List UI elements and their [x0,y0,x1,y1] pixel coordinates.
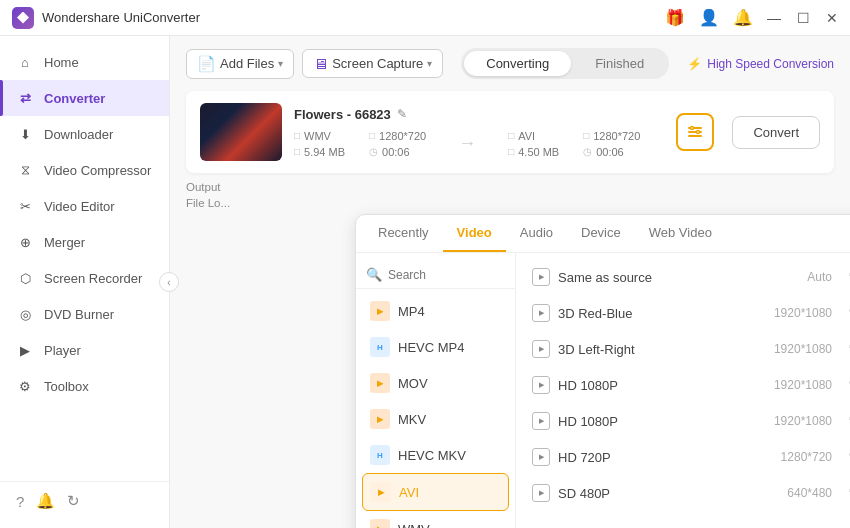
screen-capture-button[interactable]: 🖥 Screen Capture ▾ [302,49,443,78]
preset-icon-hd-720p [532,448,550,466]
source-size-icon: □ [294,146,300,157]
tab-finished[interactable]: Finished [573,51,666,76]
svg-point-4 [697,131,700,134]
toolbox-icon: ⚙ [16,377,34,395]
format-item-hevc-mp4[interactable]: H HEVC MP4 [356,329,515,365]
notification-icon[interactable]: 🔔 [36,492,55,510]
format-tab-video[interactable]: Video [443,215,506,252]
format-item-mov[interactable]: ▶ MOV [356,365,515,401]
sidebar-item-player[interactable]: ▶ Player [0,332,169,368]
preset-icon-same-as-source [532,268,550,286]
preset-name-hd-720p: HD 720P [558,450,773,465]
format-dropdown: Recently Video Audio Device Web Video 🔍 … [355,214,850,528]
gift-icon[interactable]: 🎁 [665,8,685,27]
format-tab-audio[interactable]: Audio [506,215,567,252]
mov-icon: ▶ [370,373,390,393]
format-body: 🔍 ▶ MP4 H HEVC MP4 ▶ MOV [356,253,850,528]
sidebar-item-home[interactable]: ⌂ Home [0,44,169,80]
source-resolution: 1280*720 [379,130,426,142]
sidebar-item-converter[interactable]: ⇄ Converter [0,80,169,116]
format-label-wmv: WMV [398,522,430,529]
format-item-mp4[interactable]: ▶ MP4 [356,293,515,329]
minimize-button[interactable]: — [767,10,781,26]
preset-icon-hd-1080p-2 [532,412,550,430]
source-meta: □ WMV □ 5.94 MB [294,130,345,158]
preset-hd-1080p-2[interactable]: HD 1080P 1920*1080 ✎ [516,403,850,439]
tab-converting[interactable]: Converting [464,51,571,76]
source-res-icon: □ [369,130,375,141]
output-row: Output [186,181,834,193]
preset-res-sd-480p: 640*480 [787,486,832,500]
svg-point-3 [691,127,694,130]
sidebar-item-toolbox[interactable]: ⚙ Toolbox [0,368,169,404]
preset-3d-left-right[interactable]: 3D Left-Right 1920*1080 ✎ [516,331,850,367]
window-controls: — ☐ ✕ [767,10,838,26]
preset-name-hd-1080p-1: HD 1080P [558,378,766,393]
preset-hd-720p[interactable]: HD 720P 1280*720 ✎ [516,439,850,475]
source-duration: 00:06 [382,146,410,158]
sidebar-item-merger[interactable]: ⊕ Merger [0,224,169,260]
file-name-edit-icon[interactable]: ✎ [397,107,407,121]
sidebar-item-video-editor[interactable]: ✂ Video Editor [0,188,169,224]
format-search-input[interactable] [388,268,505,282]
target-format-icon: □ [508,130,514,141]
target-format: AVI [518,130,535,142]
format-item-avi[interactable]: ▶ AVI [362,473,509,511]
screen-capture-label: Screen Capture [332,56,423,71]
screen-capture-icon: 🖥 [313,55,328,72]
preset-name-3d-red-blue: 3D Red-Blue [558,306,766,321]
avi-icon: ▶ [371,482,391,502]
sidebar-label-toolbox: Toolbox [44,379,89,394]
hevc-mp4-icon: H [370,337,390,357]
sidebar-item-dvd-burner[interactable]: ◎ DVD Burner [0,296,169,332]
preset-name-hd-1080p-2: HD 1080P [558,414,766,429]
format-tab-device[interactable]: Device [567,215,635,252]
format-label-mkv: MKV [398,412,426,427]
preset-icon-3d-left-right [532,340,550,358]
recorder-icon: ⬡ [16,269,34,287]
format-list: 🔍 ▶ MP4 H HEVC MP4 ▶ MOV [356,253,516,528]
help-icon[interactable]: ? [16,493,24,510]
user-icon[interactable]: 👤 [699,8,719,27]
preset-same-as-source[interactable]: Same as source Auto ✎ [516,259,850,295]
close-button[interactable]: ✕ [826,10,838,26]
file-name: Flowers - 66823 [294,107,391,122]
add-files-dropdown-icon: ▾ [278,58,283,69]
preset-3d-red-blue[interactable]: 3D Red-Blue 1920*1080 ✎ [516,295,850,331]
search-icon: 🔍 [366,267,382,282]
sidebar-collapse-arrow[interactable]: ‹ [159,272,179,292]
format-item-wmv[interactable]: ▶ WMV [356,511,515,528]
add-files-button[interactable]: 📄 Add Files ▾ [186,49,294,79]
format-item-mkv[interactable]: ▶ MKV [356,401,515,437]
add-files-icon: 📄 [197,55,216,73]
sidebar-item-video-compressor[interactable]: ⧖ Video Compressor [0,152,169,188]
preset-res-hd-720p: 1280*720 [781,450,832,464]
maximize-button[interactable]: ☐ [797,10,810,26]
title-bar: Wondershare UniConverter 🎁 👤 🔔 — ☐ ✕ [0,0,850,36]
main-layout: ‹ ⌂ Home ⇄ Converter ⬇ Downloader ⧖ Vide… [0,36,850,528]
file-info: Flowers - 66823 ✎ □ WMV □ 5.94 MB [294,107,664,158]
info-rows: Output File Lo... [186,181,834,209]
preset-sd-480p[interactable]: SD 480P 640*480 ✎ [516,475,850,511]
downloader-icon: ⬇ [16,125,34,143]
format-tab-recently[interactable]: Recently [364,215,443,252]
arrow-icon: → [458,133,476,154]
app-title: Wondershare UniConverter [42,10,200,25]
compressor-icon: ⧖ [16,161,34,179]
convert-settings-button[interactable] [676,113,714,151]
format-tab-web-video[interactable]: Web Video [635,215,726,252]
home-icon: ⌂ [16,53,34,71]
file-thumbnail [200,103,282,161]
bell-icon[interactable]: 🔔 [733,8,753,27]
format-label-hevc-mkv: HEVC MKV [398,448,466,463]
target-size-icon: □ [508,146,514,157]
sidebar-item-screen-recorder[interactable]: ⬡ Screen Recorder [0,260,169,296]
convert-button[interactable]: Convert [732,116,820,149]
sidebar-item-downloader[interactable]: ⬇ Downloader [0,116,169,152]
preset-hd-1080p-1[interactable]: HD 1080P 1920*1080 ✎ [516,367,850,403]
format-label-avi: AVI [399,485,419,500]
refresh-icon[interactable]: ↻ [67,492,80,510]
preset-res-3d-red-blue: 1920*1080 [774,306,832,320]
format-item-hevc-mkv[interactable]: H HEVC MKV [356,437,515,473]
preset-res-hd-1080p-1: 1920*1080 [774,378,832,392]
